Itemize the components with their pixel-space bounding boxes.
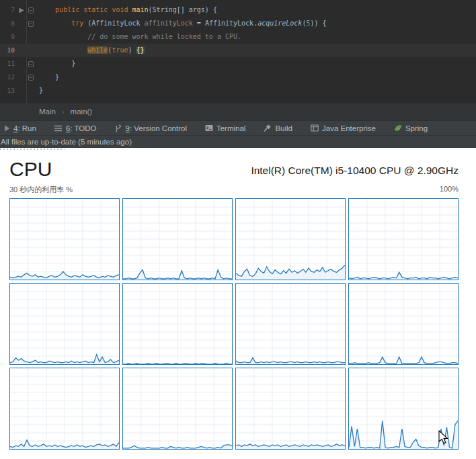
cpu-core-graph-7[interactable] <box>235 283 346 365</box>
fold-marker-icon[interactable] <box>26 21 36 27</box>
code-text: // do some work while locked to a CPU. <box>36 30 241 44</box>
code-line[interactable]: 13} <box>0 84 476 97</box>
breadcrumb-item[interactable]: Main <box>39 108 56 116</box>
status-bar: All files are up-to-date (5 minutes ago) <box>0 135 476 148</box>
code-line[interactable]: 9 // do some work while locked to a CPU. <box>0 30 476 44</box>
cpu-title: CPU <box>9 159 52 180</box>
cpu-core-graph-12[interactable] <box>348 368 459 450</box>
toolbar-item-label: 4: Run <box>13 124 36 132</box>
toolbar-item-terminal[interactable]: Terminal <box>205 124 245 132</box>
line-number: 13 <box>0 84 17 97</box>
run-icon <box>4 125 10 132</box>
ide-panel: 7 public static void main(String[] args)… <box>0 0 476 148</box>
code-line[interactable]: 12 } <box>0 71 476 84</box>
toolbar-item-label: Build <box>275 124 292 132</box>
cpu-core-graph-10[interactable] <box>122 368 233 450</box>
toolbar-item-label: Terminal <box>216 124 245 132</box>
cpu-core-graph-8[interactable] <box>348 283 459 365</box>
line-number: 8 <box>0 17 17 30</box>
code-text: public static void main(String[] args) { <box>36 3 217 17</box>
toolbar-item-label: Java Enterprise <box>322 124 376 132</box>
code-line[interactable]: 11 } <box>0 57 476 71</box>
fold-marker-icon[interactable] <box>26 61 36 67</box>
breadcrumb-item[interactable]: main() <box>71 108 93 116</box>
code-text: } <box>36 84 43 97</box>
toolbar-item-label: Spring <box>405 124 428 132</box>
code-text: } <box>36 71 59 84</box>
toolbar-item-java-enterprise[interactable]: Java Enterprise <box>311 124 376 132</box>
code-text: } <box>36 57 75 71</box>
toolbar-item-label: 6: TODO <box>66 124 97 132</box>
code-line[interactable]: 10 while(true) {} <box>0 44 476 57</box>
cpu-core-graph-3[interactable] <box>235 198 346 280</box>
cpu-core-graph-5[interactable] <box>9 283 120 365</box>
cpu-core-graph-grid <box>9 198 459 450</box>
cpu-core-graph-9[interactable] <box>9 368 120 450</box>
version-control-icon <box>115 124 122 132</box>
code-editor[interactable]: 7 public static void main(String[] args)… <box>0 0 476 103</box>
build-hammer-icon <box>264 124 272 132</box>
toolbar-item-build[interactable]: Build <box>264 124 292 132</box>
run-gutter-icon[interactable] <box>17 7 26 13</box>
cpu-core-graph-2[interactable] <box>122 198 233 280</box>
status-text: All files are up-to-date (5 minutes ago) <box>1 138 132 146</box>
code-lines: 7 public static void main(String[] args)… <box>0 3 476 97</box>
code-text: while(true) {} <box>36 44 145 57</box>
todo-list-icon <box>54 125 63 132</box>
cpu-core-graph-6[interactable] <box>122 283 233 365</box>
code-text: try (AffinityLock affinityLock = Affinit… <box>36 17 327 30</box>
line-number: 7 <box>0 3 17 17</box>
code-line[interactable]: 8 try (AffinityLock affinityLock = Affin… <box>0 17 476 30</box>
window-edge-dots <box>0 149 65 150</box>
code-line[interactable]: 7 public static void main(String[] args)… <box>0 3 476 17</box>
toolbar-item-version-control[interactable]: 9: Version Control <box>115 124 187 132</box>
breadcrumb-chevron-icon: › <box>62 108 65 116</box>
utilization-axis-label: 30 秒内的利用率 % <box>9 185 73 195</box>
terminal-icon <box>205 124 213 132</box>
fold-marker-icon[interactable] <box>26 7 36 13</box>
java-enterprise-icon <box>311 124 319 132</box>
line-number: 12 <box>0 71 17 84</box>
cpu-model-label: Intel(R) Core(TM) i5-10400 CPU @ 2.90GHz <box>251 165 459 180</box>
cpu-core-graph-11[interactable] <box>235 368 346 450</box>
max-percent-label: 100% <box>440 185 459 195</box>
line-number: 11 <box>0 57 17 71</box>
cpu-core-graph-1[interactable] <box>9 198 120 280</box>
breadcrumb: Main›main() <box>0 103 476 120</box>
ide-toolbar: 4: Run6: TODO9: Version ControlTerminalB… <box>0 120 476 135</box>
line-number: 9 <box>0 30 17 44</box>
fold-marker-icon[interactable] <box>26 75 36 81</box>
toolbar-item-run[interactable]: 4: Run <box>4 124 36 132</box>
line-number: 10 <box>0 44 17 57</box>
toolbar-item-label: 9: Version Control <box>126 124 187 132</box>
toolbar-item-spring[interactable]: Spring <box>394 124 428 132</box>
cpu-core-graph-4[interactable] <box>348 198 459 280</box>
task-manager-cpu-panel: CPU Intel(R) Core(TM) i5-10400 CPU @ 2.9… <box>0 148 476 459</box>
toolbar-item-todo[interactable]: 6: TODO <box>54 124 97 132</box>
spring-leaf-icon <box>394 124 402 132</box>
